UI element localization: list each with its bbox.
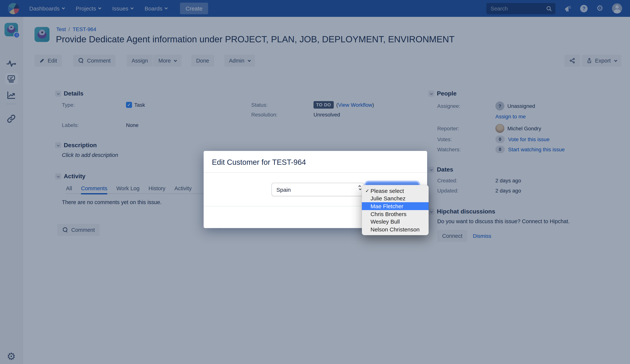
checkmark-icon: ✓	[365, 188, 370, 194]
dropdown-option[interactable]: ✓ Please select	[362, 187, 428, 194]
dropdown-option[interactable]: Nelson Christenson	[362, 225, 428, 233]
dropdown-option[interactable]: Chris Brothers	[362, 210, 428, 218]
dropdown-option-highlighted[interactable]: Mae Fletcher	[362, 202, 428, 210]
dropdown-option[interactable]: Wesley Bull	[362, 218, 428, 225]
country-select-value: Spain	[276, 186, 291, 193]
select-stepper-icon	[359, 185, 361, 190]
customer-dropdown: ✓ Please select Julie Sanchez Mae Fletch…	[362, 185, 428, 235]
jira-issue-page: Dashboards Projects Issues Boards Create…	[0, 0, 630, 364]
country-select[interactable]: Spain	[272, 183, 364, 196]
modal-header-divider	[204, 172, 427, 173]
modal-title: Edit Customer for TEST-964	[212, 158, 306, 167]
dropdown-option[interactable]: Julie Sanchez	[362, 194, 428, 202]
